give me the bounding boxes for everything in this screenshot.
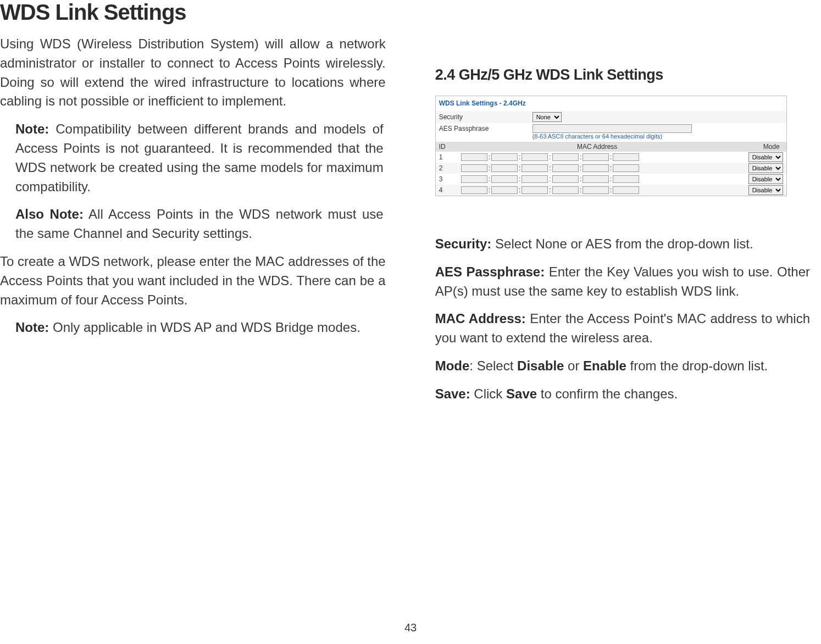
def-save-btn: Save <box>506 386 537 401</box>
header-mac: MAC Address <box>461 143 734 151</box>
create-wds-paragraph: To create a WDS network, please enter th… <box>0 252 386 309</box>
aes-row: AES Passphrase <box>436 123 786 134</box>
mac-octet-input[interactable] <box>583 186 609 194</box>
mac-octet-input[interactable] <box>583 164 609 172</box>
def-mac-label: MAC Address: <box>435 311 526 326</box>
def-mode-disable: Disable <box>517 358 564 373</box>
def-mode-or: or <box>564 358 583 373</box>
section-heading: 2.4 GHz/5 GHz WDS Link Settings <box>435 66 810 84</box>
wds-settings-panel: WDS Link Settings - 2.4GHz Security None… <box>435 96 787 196</box>
mac-octet-input[interactable] <box>461 175 487 183</box>
note-2-label: Also Note: <box>15 207 84 221</box>
note-1: Note: Compatibility between different br… <box>0 120 386 196</box>
mac-octet-input[interactable] <box>491 164 518 172</box>
mac-octet-input[interactable] <box>583 175 609 183</box>
def-aes-label: AES Passphrase: <box>435 264 545 279</box>
def-mode-enable: Enable <box>583 358 626 373</box>
header-id: ID <box>439 143 461 151</box>
table-row: 1 ::::: Disable <box>436 152 786 163</box>
two-column-layout: Using WDS (Wireless Distribution System)… <box>0 35 821 413</box>
row-id: 2 <box>439 164 461 172</box>
mac-octet-input[interactable] <box>552 186 579 194</box>
note-1-text: Compatibility between different brands a… <box>15 121 384 193</box>
mac-octet-input[interactable] <box>491 186 518 194</box>
page-number: 43 <box>404 621 417 634</box>
row-id: 4 <box>439 186 461 194</box>
aes-label: AES Passphrase <box>439 125 532 132</box>
mac-octet-input[interactable] <box>552 164 579 172</box>
security-label: Security <box>439 113 532 121</box>
def-mode-label: Mode <box>435 358 470 373</box>
def-security: Security: Select None or AES from the dr… <box>435 235 810 254</box>
mac-octet-input[interactable] <box>461 164 487 172</box>
mac-address-group: ::::: <box>461 186 734 194</box>
table-row: 4 ::::: Disable <box>436 185 786 196</box>
page-title: WDS Link Settings <box>0 0 821 25</box>
intro-paragraph: Using WDS (Wireless Distribution System)… <box>0 35 386 111</box>
note-1-label: Note: <box>15 121 49 136</box>
security-row: Security None <box>436 111 786 123</box>
mac-octet-input[interactable] <box>583 153 609 161</box>
row-id: 1 <box>439 153 461 161</box>
header-mode: Mode <box>734 143 783 151</box>
def-aes: AES Passphrase: Enter the Key Values you… <box>435 263 810 301</box>
table-row: 2 ::::: Disable <box>436 163 786 174</box>
aes-passphrase-input[interactable] <box>532 124 692 133</box>
right-column: 2.4 GHz/5 GHz WDS Link Settings WDS Link… <box>424 35 821 413</box>
def-save-end: to confirm the changes. <box>537 386 678 401</box>
mac-octet-input[interactable] <box>552 153 579 161</box>
table-row: 3 ::::: Disable <box>436 174 786 185</box>
mac-octet-input[interactable] <box>461 153 487 161</box>
def-save-label: Save: <box>435 386 470 401</box>
mac-address-group: ::::: <box>461 153 734 161</box>
def-security-text: Select None or AES from the drop-down li… <box>491 236 753 251</box>
mac-table-header: ID MAC Address Mode <box>436 142 786 152</box>
def-save-mid: Click <box>470 386 506 401</box>
mode-select[interactable]: Disable <box>748 185 783 195</box>
mac-octet-input[interactable] <box>491 175 518 183</box>
security-select[interactable]: None <box>532 112 562 122</box>
panel-title: WDS Link Settings - 2.4GHz <box>436 96 786 111</box>
mac-octet-input[interactable] <box>613 175 639 183</box>
mode-select[interactable]: Disable <box>748 174 783 184</box>
mac-octet-input[interactable] <box>522 153 548 161</box>
def-mode: Mode: Select Disable or Enable from the … <box>435 357 810 376</box>
note-3-label: Note: <box>15 320 49 335</box>
mac-octet-input[interactable] <box>522 186 548 194</box>
aes-hint: (8-63 ASCII characters or 64 hexadecimal… <box>436 133 786 140</box>
def-mac: MAC Address: Enter the Access Point's MA… <box>435 309 810 348</box>
mac-octet-input[interactable] <box>522 164 548 172</box>
mac-octet-input[interactable] <box>613 153 639 161</box>
def-save: Save: Click Save to confirm the changes. <box>435 385 810 404</box>
mode-select[interactable]: Disable <box>748 152 783 162</box>
mac-octet-input[interactable] <box>522 175 548 183</box>
note-3: Note: Only applicable in WDS AP and WDS … <box>0 318 386 337</box>
mac-octet-input[interactable] <box>613 164 639 172</box>
mac-octet-input[interactable] <box>491 153 518 161</box>
mac-octet-input[interactable] <box>461 186 487 194</box>
note-3-text: Only applicable in WDS AP and WDS Bridge… <box>49 320 360 335</box>
mac-address-group: ::::: <box>461 164 734 172</box>
mac-address-group: ::::: <box>461 175 734 183</box>
def-mode-mid: : Select <box>469 358 517 373</box>
def-security-label: Security: <box>435 236 492 251</box>
mac-octet-input[interactable] <box>552 175 579 183</box>
row-id: 3 <box>439 175 461 183</box>
mode-select[interactable]: Disable <box>748 163 783 173</box>
left-column: Using WDS (Wireless Distribution System)… <box>0 35 397 413</box>
mac-octet-input[interactable] <box>613 186 639 194</box>
note-2: Also Note: All Access Points in the WDS … <box>0 205 386 243</box>
def-mode-end: from the drop-down list. <box>626 358 768 373</box>
